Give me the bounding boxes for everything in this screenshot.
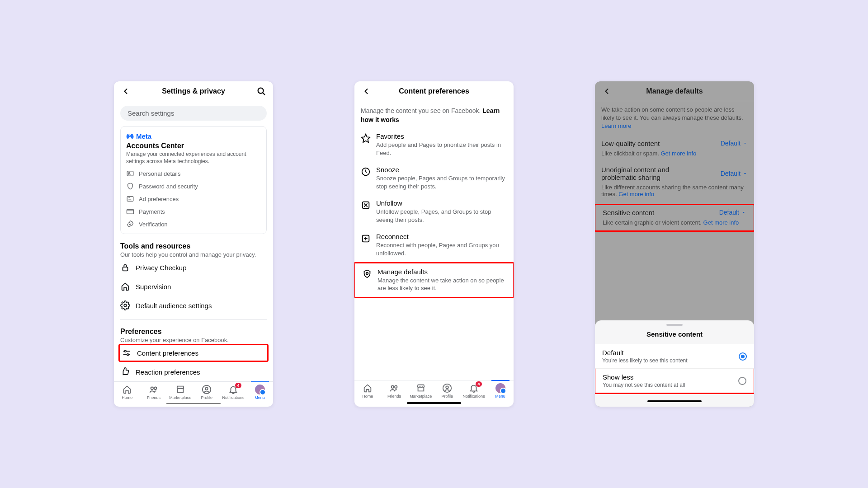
header: Manage defaults bbox=[595, 81, 754, 101]
preferences-section: Preferences Customize your experience on… bbox=[120, 328, 267, 381]
nav-label: Marketplace bbox=[169, 395, 191, 400]
nav-label: Menu bbox=[255, 395, 265, 400]
item-privacy-checkup[interactable]: Privacy Checkup bbox=[120, 258, 267, 277]
ac-item-verification[interactable]: Verification bbox=[126, 220, 261, 228]
item-content-preferences[interactable]: Content preferences bbox=[118, 344, 269, 362]
screen-content-preferences: Content preferences Manage the content y… bbox=[354, 81, 514, 407]
cp-item-favorites[interactable]: Favorites Add people and Pages to priori… bbox=[361, 128, 507, 161]
item-default-audience[interactable]: Default audience settings bbox=[120, 296, 267, 315]
get-more-info-link[interactable]: Get more info bbox=[703, 219, 739, 226]
option-subtitle: You may not see this content at all bbox=[603, 382, 685, 388]
dropdown-value: Default bbox=[721, 170, 741, 177]
bottom-nav: Home Friends Marketplace Profile 4 Notif… bbox=[354, 380, 514, 400]
home-icon bbox=[122, 385, 132, 394]
cp-item-snooze[interactable]: Snooze Snooze people, Pages and Groups t… bbox=[361, 161, 507, 195]
ac-item-label: Ad preferences bbox=[139, 196, 179, 202]
tools-section: Tools and resources Our tools help you c… bbox=[120, 242, 267, 315]
ac-item-label: Payments bbox=[139, 208, 165, 215]
row-desc: Like clickbait or spam. Get more info bbox=[601, 150, 748, 157]
ac-item-ad-preferences[interactable]: Ad preferences bbox=[126, 195, 261, 203]
thumb-icon bbox=[120, 367, 130, 377]
cp-sub: Snooze people, Pages and Groups to tempo… bbox=[376, 174, 507, 190]
nav-label: Home bbox=[362, 394, 373, 399]
back-icon[interactable] bbox=[361, 86, 372, 97]
meta-logo: Meta bbox=[126, 132, 261, 140]
svg-point-10 bbox=[124, 351, 126, 352]
nav-profile[interactable]: Profile bbox=[194, 385, 219, 400]
ac-item-personal-details[interactable]: Personal details bbox=[126, 169, 261, 178]
nav-menu[interactable]: Menu bbox=[488, 383, 513, 399]
intro-body: We take action on some content so people… bbox=[601, 106, 743, 121]
item-label: Content preferences bbox=[137, 349, 198, 357]
nav-marketplace[interactable]: Marketplace bbox=[408, 383, 434, 399]
bottom-nav: Home Friends Marketplace Profile 4 Notif… bbox=[114, 381, 273, 402]
svg-point-3 bbox=[128, 173, 130, 174]
option-subtitle: You're less likely to see this content bbox=[602, 357, 688, 364]
nav-notifications[interactable]: 4 Notifications bbox=[461, 383, 486, 399]
screen-manage-defaults: Manage defaults We take action on some c… bbox=[595, 81, 754, 407]
avatar-icon bbox=[495, 383, 505, 393]
nav-label: Profile bbox=[442, 394, 453, 399]
friends-icon bbox=[149, 385, 159, 394]
cp-item-reconnect[interactable]: Reconnect Reconnect with people, Pages a… bbox=[361, 228, 507, 262]
section-title: Preferences bbox=[120, 328, 267, 336]
ac-item-payments[interactable]: Payments bbox=[126, 207, 261, 216]
ac-item-password-security[interactable]: Password and security bbox=[126, 182, 261, 190]
nav-home[interactable]: Home bbox=[114, 385, 140, 400]
nav-label: Profile bbox=[201, 395, 213, 400]
radio-icon[interactable] bbox=[738, 377, 746, 385]
get-more-info-link[interactable]: Get more info bbox=[661, 150, 697, 157]
svg-rect-4 bbox=[127, 197, 133, 202]
svg-point-16 bbox=[206, 388, 208, 390]
nav-notifications[interactable]: 4 Notifications bbox=[221, 385, 246, 400]
learn-more-link[interactable]: Learn more bbox=[601, 122, 631, 129]
svg-point-29 bbox=[446, 386, 449, 389]
row-desc: Like certain graphic or violent content.… bbox=[603, 219, 746, 226]
get-more-info-link[interactable]: Get more info bbox=[618, 191, 654, 197]
chevron-down-icon bbox=[741, 210, 746, 215]
option-default[interactable]: Default You're less likely to see this c… bbox=[595, 344, 754, 368]
item-reaction-preferences[interactable]: Reaction preferences bbox=[120, 362, 267, 381]
meta-brand-text: Meta bbox=[136, 132, 151, 140]
nav-friends[interactable]: Friends bbox=[382, 383, 407, 399]
default-dropdown[interactable]: Default bbox=[721, 140, 748, 147]
section-subtitle: Our tools help you control and manage yo… bbox=[120, 251, 267, 258]
search-input[interactable]: Search settings bbox=[120, 106, 267, 121]
cp-item-manage-defaults[interactable]: Manage defaults Manage the content we ta… bbox=[354, 262, 514, 298]
nav-home[interactable]: Home bbox=[355, 383, 380, 399]
svg-point-8 bbox=[124, 304, 127, 307]
shield-icon bbox=[126, 182, 134, 190]
radio-icon[interactable] bbox=[739, 352, 747, 361]
nav-menu[interactable]: Menu bbox=[247, 385, 273, 400]
search-icon[interactable] bbox=[256, 86, 267, 97]
gear-icon bbox=[120, 300, 130, 310]
option-title: Default bbox=[602, 349, 688, 357]
cp-title: Snooze bbox=[376, 166, 507, 174]
accounts-center-card[interactable]: Meta Accounts Center Manage your connect… bbox=[120, 126, 267, 234]
back-icon[interactable] bbox=[120, 86, 131, 97]
sheet-handle[interactable] bbox=[666, 324, 683, 326]
item-label: Privacy Checkup bbox=[136, 264, 187, 272]
notification-badge: 4 bbox=[235, 383, 241, 388]
home-indicator bbox=[647, 400, 702, 402]
unfollow-icon bbox=[361, 200, 371, 210]
home-indicator bbox=[166, 404, 221, 404]
item-supervision[interactable]: Supervision bbox=[120, 277, 267, 296]
header: Settings & privacy bbox=[114, 81, 273, 101]
default-dropdown[interactable]: Default bbox=[719, 209, 746, 216]
ac-item-label: Password and security bbox=[139, 183, 198, 190]
svg-point-14 bbox=[154, 387, 157, 390]
svg-point-13 bbox=[151, 387, 154, 390]
nav-marketplace[interactable]: Marketplace bbox=[168, 385, 193, 400]
cp-item-unfollow[interactable]: Unfollow Unfollow people, Pages, and Gro… bbox=[361, 195, 507, 228]
option-show-less[interactable]: Show less You may not see this content a… bbox=[595, 369, 754, 393]
back-icon[interactable] bbox=[601, 86, 612, 97]
nav-friends[interactable]: Friends bbox=[141, 385, 166, 400]
item-label: Supervision bbox=[136, 283, 171, 291]
option-title: Show less bbox=[603, 373, 685, 381]
default-dropdown[interactable]: Default bbox=[721, 170, 748, 177]
nav-profile[interactable]: Profile bbox=[434, 383, 460, 399]
star-icon bbox=[361, 133, 371, 143]
row-label: Low-quality content bbox=[601, 140, 660, 147]
notification-badge: 4 bbox=[476, 381, 482, 387]
